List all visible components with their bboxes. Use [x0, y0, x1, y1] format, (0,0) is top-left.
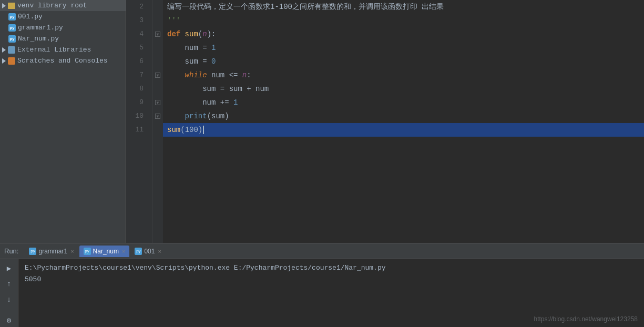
line-num-8: 8	[126, 82, 148, 96]
line6-0: 0	[211, 55, 216, 68]
gutter-8	[152, 82, 163, 96]
line10-paren-open: (	[207, 109, 211, 123]
code-lines[interactable]: 编写一段代码，定义一个函数求1-100之间所有整数的和，并调用该函数打印 出结果…	[163, 0, 644, 243]
run-output: E:\PycharmProjects\course1\venv\Scripts\…	[18, 259, 644, 289]
sidebar-label-scratches: Scratches and Consoles	[17, 57, 108, 65]
code-container: 2 3 4 5 6 7 8 9 10 11 ▼	[126, 0, 644, 243]
sidebar-label-001: 001.py	[18, 13, 43, 21]
bottom-panel: Run: py grammar1 × py Nar_num × py 001 ×…	[0, 243, 644, 327]
code-line-8[interactable]: sum = sum + num	[163, 82, 644, 96]
line-num-10: 10	[126, 109, 148, 123]
sidebar-label-narnum: Nar_num.py	[18, 35, 59, 43]
extlib-icon	[8, 46, 15, 54]
line-num-2: 2	[126, 0, 148, 14]
run-tab-icon-001: py	[135, 248, 142, 255]
run-tab-narnum[interactable]: py Nar_num ×	[79, 246, 130, 257]
line8-plus: +	[247, 82, 255, 96]
code-line-10[interactable]: print(sum)	[163, 109, 644, 123]
code-line-9[interactable]: num += 1	[163, 96, 644, 109]
gutter-4: ▼	[152, 27, 163, 41]
sidebar-item-grammar1[interactable]: py grammar1.py	[0, 22, 126, 33]
run-tab-close-narnum[interactable]: ×	[122, 248, 125, 254]
expand-icon-venv	[2, 3, 6, 8]
code-line-5[interactable]: num = 1	[163, 41, 644, 55]
fold-icon-4[interactable]: ▼	[155, 32, 160, 37]
run-tab-close-001[interactable]: ×	[158, 248, 161, 254]
sidebar-item-ext-lib[interactable]: External Libraries	[0, 44, 126, 55]
line9-1: 1	[233, 96, 238, 109]
line10-print: print	[185, 109, 207, 123]
code-line-11[interactable]: sum(100)	[163, 123, 644, 137]
run-output-command: E:\PycharmProjects\course1\venv\Scripts\…	[25, 262, 638, 274]
run-output-wrapper: E:\PycharmProjects\course1\venv\Scripts\…	[18, 259, 644, 327]
line6-eq: =	[202, 55, 211, 68]
gutter-9: ▼	[152, 96, 163, 109]
line5-1: 1	[211, 41, 216, 55]
line10-sum: sum	[211, 109, 224, 123]
scratch-icon	[8, 57, 15, 65]
line5-eq: =	[202, 41, 211, 55]
run-tab-close-grammar1[interactable]: ×	[70, 248, 74, 254]
line9-num: num	[167, 96, 220, 109]
gutter-11	[152, 123, 163, 137]
expand-icon-extlib	[2, 47, 6, 53]
line11-paren-open: (	[180, 123, 185, 137]
fold-icon-9[interactable]: ▼	[155, 100, 160, 105]
line4-paren-close: )	[207, 27, 211, 41]
sidebar: venv library root py 001.py py grammar1.…	[0, 0, 126, 243]
line6-sum: sum	[167, 55, 202, 68]
line11-100-selected: 100	[185, 123, 198, 137]
line-numbers: 2 3 4 5 6 7 8 9 10 11	[126, 0, 152, 243]
sidebar-item-nar-num[interactable]: py Nar_num.py	[0, 33, 126, 44]
pyfile-icon-narnum: py	[8, 35, 16, 43]
line7-colon: :	[247, 68, 251, 82]
code-line-4[interactable]: def sum(n):	[163, 27, 644, 41]
code-line-2[interactable]: 编写一段代码，定义一个函数求1-100之间所有整数的和，并调用该函数打印 出结果	[163, 0, 644, 14]
run-output-result: 5050	[25, 274, 638, 285]
code-line-7[interactable]: while num <= n:	[163, 68, 644, 82]
run-tab-001[interactable]: py 001 ×	[130, 246, 165, 257]
run-rerun-button[interactable]: ⚙	[2, 313, 16, 327]
run-down-button[interactable]: ↓	[2, 293, 16, 306]
sidebar-item-001[interactable]: py 001.py	[0, 11, 126, 22]
gutter-2	[152, 0, 163, 14]
sidebar-item-scratches[interactable]: Scratches and Consoles	[0, 55, 126, 66]
run-tab-icon-narnum: py	[84, 248, 91, 255]
run-tab-grammar1[interactable]: py grammar1 ×	[25, 246, 78, 257]
run-up-button[interactable]: ↑	[2, 277, 16, 291]
line11-sum: sum	[167, 123, 180, 137]
line10-paren-close: )	[224, 109, 229, 123]
line7-n: n	[242, 68, 247, 82]
code-line-3[interactable]: '''	[163, 14, 644, 27]
run-tabs: Run: py grammar1 × py Nar_num × py 001 ×	[0, 243, 644, 259]
editor-area: 2 3 4 5 6 7 8 9 10 11 ▼	[126, 0, 644, 243]
line4-param: n	[202, 27, 207, 41]
line7-num: num	[211, 68, 229, 82]
run-toolbar: ▶ ↑ ↓ ⚙	[0, 259, 18, 327]
line9-pluseq: +=	[220, 96, 233, 109]
line4-paren-open: (	[198, 27, 202, 41]
run-tab-icon-grammar1: py	[29, 248, 36, 255]
line-num-6: 6	[126, 55, 148, 68]
fold-icon-10[interactable]: ▼	[155, 114, 160, 119]
sidebar-item-venv[interactable]: venv library root	[0, 0, 126, 11]
line-num-11: 11	[126, 123, 148, 137]
sidebar-label-extlib: External Libraries	[17, 46, 91, 54]
code-line-6[interactable]: sum = 0	[163, 55, 644, 68]
gutter-7: ▼	[152, 68, 163, 82]
line2-text: 编写一段代码，定义一个函数求1-100之间所有整数的和，并调用该函数打印 出结果	[167, 0, 444, 14]
line7-indent	[167, 68, 185, 82]
run-play-button[interactable]: ▶	[2, 261, 16, 275]
line7-lte: <=	[229, 68, 242, 82]
line7-while: while	[185, 68, 211, 82]
line10-indent	[167, 109, 185, 123]
line3-text: '''	[167, 14, 180, 27]
sidebar-label-grammar1: grammar1.py	[18, 24, 63, 32]
expand-icon-scratches	[2, 58, 6, 64]
fold-icon-7[interactable]: ▼	[155, 73, 160, 78]
line-num-9: 9	[126, 96, 148, 109]
run-tab-label-001: 001	[144, 248, 155, 255]
cursor	[203, 126, 204, 134]
line8-sum2: sum	[229, 82, 247, 96]
run-area-layout: ▶ ↑ ↓ ⚙ E:\PycharmProjects\course1\venv\…	[0, 259, 644, 327]
